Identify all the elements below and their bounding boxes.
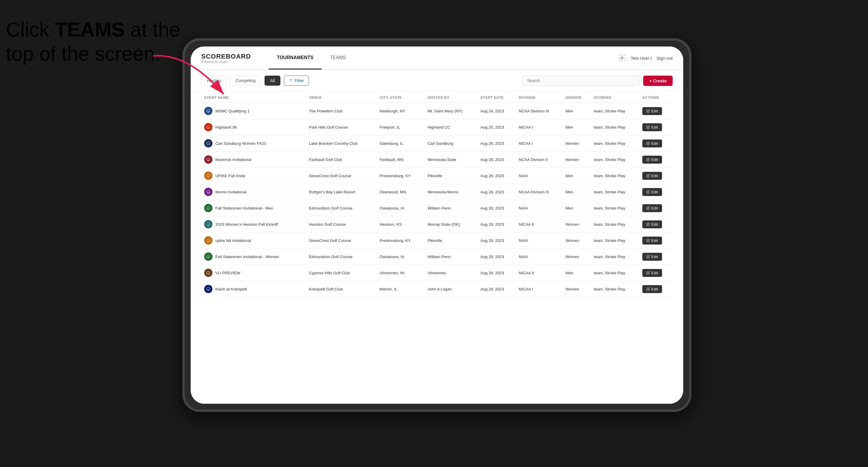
cell-hosted-by: William Penn — [425, 249, 477, 265]
logo-area: SCOREBOARD Powered by clippit — [201, 53, 251, 64]
edit-button[interactable]: Edit — [642, 139, 662, 148]
event-name-text: VU PREVIEW — [215, 271, 240, 275]
cell-event-name: M Morris Invitational — [201, 184, 306, 200]
table-row: u upike fall invitational StoneCrest Gol… — [201, 232, 673, 249]
edit-icon — [646, 109, 650, 113]
cell-actions: Edit — [640, 216, 673, 232]
cell-venue: Park Hills Golf Course — [306, 119, 377, 135]
edit-button[interactable]: Edit — [642, 156, 662, 164]
svg-text:K: K — [208, 288, 209, 291]
cell-division: NAIA — [516, 232, 563, 249]
sign-out-link[interactable]: Sign out — [656, 56, 673, 61]
cell-city: Prestonsburg, KY — [377, 168, 425, 184]
team-logo-icon: C — [206, 141, 211, 146]
cell-division: NAIA — [516, 249, 563, 265]
team-logo-icon: M — [206, 108, 211, 113]
cell-start-date: Aug 28, 2023 — [477, 168, 516, 184]
nav-tab-teams[interactable]: TEAMS — [321, 46, 354, 69]
cell-actions: Edit — [640, 232, 673, 249]
cell-event-name: F Fall Statesmen Invitational - Women — [201, 249, 306, 265]
cell-division: NCAA Division III — [516, 184, 563, 200]
cell-division: NCAA Division II — [516, 152, 563, 168]
edit-button[interactable]: Edit — [642, 107, 662, 115]
filter-icon-btn[interactable]: Filter — [284, 75, 309, 86]
search-box — [522, 75, 640, 86]
edit-button[interactable]: Edit — [642, 253, 662, 261]
edit-button[interactable]: Edit — [642, 172, 662, 180]
edit-button[interactable]: Edit — [642, 204, 662, 212]
cell-gender: Women — [563, 216, 591, 232]
svg-text:M: M — [208, 159, 210, 161]
cell-hosted-by: Pikeville — [425, 232, 477, 249]
team-logo-icon: 2 — [206, 222, 211, 226]
edit-button[interactable]: Edit — [642, 269, 662, 277]
cell-event-name: V VU PREVIEW — [201, 265, 306, 281]
table-row: H Highland 36 Park Hills Golf Course Fre… — [201, 119, 673, 135]
edit-icon — [646, 142, 650, 145]
team-logo-icon: F — [206, 206, 211, 210]
cell-division: NAIA — [516, 168, 563, 184]
cell-hosted-by: Minnesota-Morris — [425, 184, 477, 200]
cell-actions: Edit — [640, 119, 673, 135]
svg-text:V: V — [208, 272, 209, 275]
filter-label: Filter — [295, 78, 304, 83]
cell-scoring: team, Stroke Play — [591, 152, 640, 168]
cell-event-name: M Maverick Invitational — [201, 152, 306, 168]
edit-button[interactable]: Edit — [642, 237, 662, 245]
cell-division: NICAA I — [516, 281, 563, 297]
col-event-name: EVENT NAME — [201, 92, 306, 103]
edit-icon — [646, 271, 650, 275]
svg-text:F: F — [208, 256, 209, 258]
cell-actions: Edit — [640, 152, 673, 168]
all-filter-btn[interactable]: All — [265, 75, 280, 86]
table-header-row: EVENT NAME VENUE CITY, STATE HOSTED BY S… — [201, 92, 673, 103]
cell-gender: Women — [563, 281, 591, 297]
team-logo: M — [204, 107, 212, 115]
cell-start-date: Aug 28, 2023 — [477, 249, 516, 265]
user-info: Test User | — [631, 56, 652, 61]
col-hosted-by: HOSTED BY — [425, 92, 477, 103]
nav-tabs: TOURNAMENTS TEAMS — [269, 46, 354, 69]
cell-venue: Kokopelli Golf Club — [306, 281, 377, 297]
cell-city: Hesston, KS — [377, 216, 425, 232]
edit-button[interactable]: Edit — [642, 123, 662, 131]
team-logo: M — [204, 188, 212, 196]
cell-event-name: M MSMC Qualifying 1 — [201, 103, 306, 119]
cell-scoring: team, Stroke Play — [591, 119, 640, 135]
edit-button[interactable]: Edit — [642, 188, 662, 196]
team-logo-icon: M — [206, 189, 211, 194]
nav-tab-tournaments[interactable]: TOURNAMENTS — [269, 46, 321, 69]
cell-hosted-by: William Penn — [425, 200, 477, 216]
hosting-filter-btn[interactable]: Hosting — [201, 75, 226, 86]
search-input[interactable] — [522, 75, 640, 86]
cell-division: NICAA II — [516, 216, 563, 232]
event-name-text: MSMC Qualifying 1 — [215, 109, 249, 113]
table-row: M MSMC Qualifying 1 The Powelton Club Ne… — [201, 103, 673, 119]
cell-venue: Edmundson Golf Course — [306, 200, 377, 216]
cell-gender: Women — [563, 249, 591, 265]
competing-filter-btn[interactable]: Competing — [230, 75, 261, 86]
tablet-frame: SCOREBOARD Powered by clippit TOURNAMENT… — [182, 38, 691, 412]
cell-gender: Men — [563, 103, 591, 119]
cell-venue: StoneCrest Golf Course — [306, 232, 377, 249]
team-logo: 2 — [204, 220, 212, 228]
cell-event-name: U UPIKE Fall Invite — [201, 168, 306, 184]
col-venue: VENUE — [306, 92, 377, 103]
edit-icon — [646, 287, 650, 291]
team-logo: M — [204, 155, 212, 164]
cell-gender: Women — [563, 135, 591, 152]
cell-scoring: team, Stroke Play — [591, 281, 640, 297]
settings-icon[interactable] — [618, 54, 626, 62]
cell-gender: Men — [563, 168, 591, 184]
cell-division: NCAA Division III — [516, 103, 563, 119]
edit-icon — [646, 174, 650, 178]
cell-division: NICAA I — [516, 119, 563, 135]
create-btn[interactable]: + Create — [643, 75, 673, 86]
event-name-text: Fall Statesmen Invitational - Men — [215, 206, 273, 210]
edit-button[interactable]: Edit — [642, 285, 662, 293]
cell-scoring: team, Stroke Play — [591, 200, 640, 216]
svg-text:2: 2 — [208, 223, 209, 226]
edit-button[interactable]: Edit — [642, 220, 662, 228]
cell-venue: StoneCrest Golf Course — [306, 168, 377, 184]
cell-city: Prestonsburg, KY — [377, 232, 425, 249]
